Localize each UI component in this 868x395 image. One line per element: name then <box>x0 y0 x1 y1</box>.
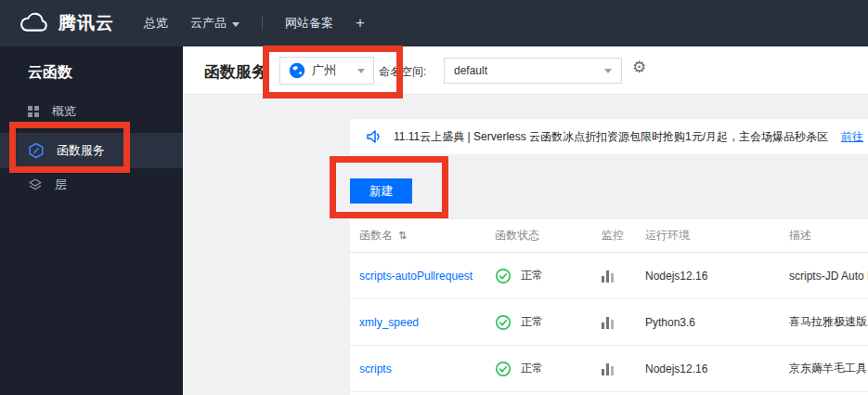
sidebar-item-overview-label: 概览 <box>52 103 76 120</box>
chevron-down-icon <box>604 69 612 73</box>
status-ok-icon <box>495 361 512 377</box>
chevron-down-icon <box>232 22 240 27</box>
nav-overview[interactable]: 总览 <box>144 15 168 32</box>
status-label: 正常 <box>521 314 543 330</box>
status-cell: 正常 <box>495 361 602 377</box>
monitor-bars-icon[interactable] <box>602 270 645 283</box>
namespace-selector[interactable]: default <box>444 58 622 84</box>
sidebar-item-function-service[interactable]: 函数服务 <box>0 133 183 168</box>
function-table: 函数名 ⇅ 函数状态 监控 运行环境 描述 scripts-autoPullre… <box>350 219 868 395</box>
status-ok-icon <box>495 314 512 331</box>
column-header-desc: 描述 <box>789 228 868 244</box>
function-name-link[interactable]: scripts <box>350 362 495 375</box>
gear-icon[interactable]: ⚙ <box>632 59 646 75</box>
tencent-cloud-console: 腾讯云 总览 云产品 网站备案 + 云函数 概览 <box>0 0 868 395</box>
monitor-bars-icon[interactable] <box>602 362 645 375</box>
runtime-value: Nodejs12.16 <box>645 270 789 283</box>
table-row: scripts 正常 Nodejs12.16 京东薅羊毛工具 <box>350 346 868 392</box>
runtime-value: Nodejs12.16 <box>645 362 789 375</box>
table-header-row: 函数名 ⇅ 函数状态 监控 运行环境 描述 <box>350 219 868 253</box>
status-label: 正常 <box>521 268 543 283</box>
brand-logo[interactable]: 腾讯云 <box>17 11 114 35</box>
runtime-value: Python3.6 <box>645 316 789 329</box>
top-navbar: 腾讯云 总览 云产品 网站备案 + <box>0 0 868 46</box>
nav-website-record-label: 网站备案 <box>285 15 333 32</box>
create-function-button[interactable]: 新建 <box>350 178 412 204</box>
region-selector[interactable]: 广州 <box>279 57 374 85</box>
column-header-status: 函数状态 <box>495 228 602 244</box>
column-header-monitor: 监控 <box>602 228 645 244</box>
status-cell: 正常 <box>495 268 602 284</box>
table-row: scripts-autoPullrequest 正常 Nodejs12.16 s… <box>350 253 868 299</box>
scf-hexagon-icon <box>28 142 45 159</box>
add-tab-button[interactable]: + <box>356 14 365 33</box>
promo-go-link[interactable]: 前往 <box>841 129 863 145</box>
description-value: scripts-JD Auto P <box>789 270 868 283</box>
page-header: 函数服务 广州 命名空间: default ⚙ <box>183 46 868 95</box>
top-nav-links: 总览 云产品 网站备案 + <box>144 14 365 33</box>
page-title: 函数服务 <box>204 61 267 83</box>
nav-website-record[interactable]: 网站备案 <box>285 15 333 32</box>
description-value: 喜马拉雅极速版刷 <box>789 314 868 330</box>
sidebar-item-function-service-label: 函数服务 <box>57 142 105 159</box>
nav-overview-label: 总览 <box>144 15 168 32</box>
column-header-runtime: 运行环境 <box>645 228 789 244</box>
sidebar: 云函数 概览 函数服务 层 <box>0 46 183 395</box>
namespace-label: 命名空间: <box>379 64 426 80</box>
namespace-value: default <box>454 64 487 77</box>
status-ok-icon <box>495 268 512 284</box>
table-body: scripts-autoPullrequest 正常 Nodejs12.16 s… <box>350 253 868 392</box>
cloud-logo-icon <box>17 11 50 35</box>
status-cell: 正常 <box>495 314 602 331</box>
sidebar-item-layers-label: 层 <box>55 177 67 193</box>
function-name-link[interactable]: scripts-autoPullrequest <box>350 270 495 283</box>
sidebar-title: 云函数 <box>28 63 72 83</box>
chevron-down-icon <box>357 69 365 73</box>
sidebar-item-layers[interactable]: 层 <box>0 172 183 198</box>
layers-icon <box>28 178 43 192</box>
sort-icon[interactable]: ⇅ <box>398 230 407 242</box>
nav-products-label: 云产品 <box>190 15 227 32</box>
sidebar-item-overview[interactable]: 概览 <box>0 99 183 125</box>
promo-banner: 11.11云上盛典 | Serverless 云函数冰点折扣资源包限时抢购1元/… <box>350 119 868 154</box>
monitor-bars-icon[interactable] <box>602 316 645 329</box>
column-header-name: 函数名 ⇅ <box>350 228 495 244</box>
column-header-name-label: 函数名 <box>359 228 393 244</box>
megaphone-icon <box>366 129 382 144</box>
table-row: xmly_speed 正常 Python3.6 喜马拉雅极速版刷 <box>350 299 868 346</box>
nav-divider <box>262 16 263 31</box>
globe-icon <box>289 62 305 79</box>
status-label: 正常 <box>521 361 543 376</box>
description-value: 京东薅羊毛工具 <box>789 361 868 376</box>
nav-products[interactable]: 云产品 <box>190 15 240 32</box>
promo-banner-text: 11.11云上盛典 | Serverless 云函数冰点折扣资源包限时抢购1元/… <box>394 129 828 145</box>
region-value: 广州 <box>312 62 336 79</box>
brand-name: 腾讯云 <box>58 11 114 35</box>
function-name-link[interactable]: xmly_speed <box>350 316 495 329</box>
grid-icon <box>28 106 40 118</box>
